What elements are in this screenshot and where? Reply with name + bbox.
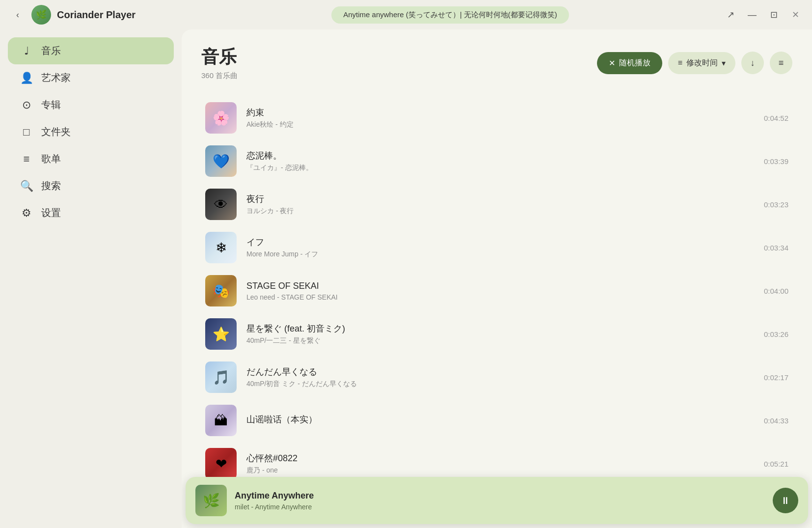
app-logo: 🌿	[31, 5, 51, 25]
song-item-0[interactable]: 🌸 約束 Akie秋绘 - 约定 0:04:52	[201, 96, 792, 139]
song-artist-3: More More Jump - イフ	[246, 250, 754, 259]
sort-icon: ≡	[678, 58, 682, 67]
shuffle-label: 随机播放	[619, 58, 650, 68]
song-artwork-5: ⭐	[205, 318, 237, 350]
shuffle-icon: ✕	[609, 58, 615, 68]
playlists-icon: ≡	[20, 153, 33, 166]
song-item-7[interactable]: 🏔 山谣啦话（本实） 0:04:33	[201, 399, 792, 442]
song-item-4[interactable]: 🎭 STAGE OF SEKAI Leo need - STAGE OF SEK…	[201, 269, 792, 312]
song-count: 360 首乐曲	[201, 71, 597, 81]
sidebar-item-folders[interactable]: □ 文件夹	[8, 118, 174, 145]
song-artwork-0: 🌸	[205, 102, 237, 134]
song-duration-2: 0:03:23	[764, 200, 788, 209]
song-duration-8: 0:05:21	[764, 460, 788, 468]
sidebar-item-music[interactable]: ♩ 音乐	[8, 37, 174, 64]
settings-icon: ⚙	[20, 207, 33, 220]
pause-button[interactable]: ⏸	[773, 488, 798, 513]
titlebar-right: ↗ — ⊡ ✕	[704, 8, 802, 22]
sidebar-nav: ♩ 音乐 👤 艺术家 ⊙ 专辑 □ 文件夹 ≡ 歌单 🔍 搜索 ⚙ 设置	[8, 37, 174, 226]
song-info-1: 恋泥棒。 『ユイカ』- 恋泥棒。	[246, 150, 754, 172]
sidebar-label-settings: 设置	[41, 206, 61, 220]
content-title-block: 音乐 360 首乐曲	[201, 45, 597, 81]
shuffle-button[interactable]: ✕ 随机播放	[597, 52, 662, 74]
song-artwork-2: 👁	[205, 189, 237, 220]
sidebar: ♩ 音乐 👤 艺术家 ⊙ 专辑 □ 文件夹 ≡ 歌单 🔍 搜索 ⚙ 设置	[0, 29, 182, 528]
song-duration-0: 0:04:52	[764, 114, 788, 122]
song-artist-0: Akie秋绘 - 约定	[246, 120, 754, 129]
titlebar-center: Anytime anywhere (笑ってみせて）| 无论何时何地(都要记得微笑…	[196, 6, 704, 24]
sidebar-item-playlists[interactable]: ≡ 歌单	[8, 145, 174, 172]
song-list: 🌸 約束 Akie秋绘 - 约定 0:04:52 💙 恋泥棒。 『ユイカ』- 恋…	[201, 96, 792, 485]
now-playing-artist: milet - Anytime Anywhere	[235, 503, 765, 511]
artists-icon: 👤	[20, 72, 33, 84]
header-actions: ✕ 随机播放 ≡ 修改时间 ▾ ↓ ≡	[597, 52, 792, 74]
albums-icon: ⊙	[20, 99, 33, 111]
song-duration-7: 0:04:33	[764, 417, 788, 425]
close-button[interactable]: ✕	[788, 8, 802, 22]
song-title-8: 心怦然#0822	[246, 452, 754, 464]
restore-button[interactable]: ⊡	[767, 8, 781, 22]
song-info-7: 山谣啦话（本实）	[246, 414, 754, 427]
song-artist-4: Leo need - STAGE OF SEKAI	[246, 293, 754, 301]
titlebar-now-playing: Anytime anywhere (笑ってみせて）| 无论何时何地(都要记得微笑…	[331, 6, 569, 24]
sidebar-item-artists[interactable]: 👤 艺术家	[8, 64, 174, 91]
song-title-5: 星を繋ぐ (feat. 初音ミク)	[246, 323, 754, 334]
expand-button[interactable]: ↗	[724, 8, 737, 22]
song-title-3: イフ	[246, 236, 754, 248]
song-item-2[interactable]: 👁 夜行 ヨルシカ - 夜行 0:03:23	[201, 183, 792, 226]
titlebar: ‹ 🌿 Coriander Player Anytime anywhere (笑…	[0, 0, 812, 29]
logo-text: 🌿	[36, 9, 47, 20]
app-title: Coriander Player	[57, 9, 135, 21]
minimize-button[interactable]: —	[745, 8, 759, 22]
list-view-button[interactable]: ≡	[770, 52, 792, 74]
download-button[interactable]: ↓	[741, 52, 764, 74]
song-title-6: だんだん早くなる	[246, 366, 754, 378]
song-info-0: 約束 Akie秋绘 - 约定	[246, 107, 754, 129]
content-area: 音乐 360 首乐曲 ✕ 随机播放 ≡ 修改时间 ▾ ↓ ≡	[182, 29, 812, 528]
back-button[interactable]: ‹	[10, 7, 26, 23]
content-header: 音乐 360 首乐曲 ✕ 随机播放 ≡ 修改时间 ▾ ↓ ≡	[201, 45, 792, 81]
song-artwork-8: ❤	[205, 448, 237, 479]
song-info-8: 心怦然#0822 鹿乃 - one	[246, 452, 754, 475]
song-title-1: 恋泥棒。	[246, 150, 754, 162]
song-item-5[interactable]: ⭐ 星を繋ぐ (feat. 初音ミク) 40mP/一二三 - 星を繋ぐ 0:03…	[201, 312, 792, 356]
song-info-3: イフ More More Jump - イフ	[246, 236, 754, 259]
song-artwork-1: 💙	[205, 145, 237, 177]
song-title-7: 山谣啦话（本实）	[246, 414, 754, 425]
song-duration-4: 0:04:00	[764, 287, 788, 295]
main-layout: ♩ 音乐 👤 艺术家 ⊙ 专辑 □ 文件夹 ≡ 歌单 🔍 搜索 ⚙ 设置 音乐 …	[0, 29, 812, 528]
music-icon: ♩	[20, 45, 33, 57]
song-info-4: STAGE OF SEKAI Leo need - STAGE OF SEKAI	[246, 281, 754, 301]
now-playing-overlay: 🌿 Anytime Anywhere milet - Anytime Anywh…	[186, 477, 808, 524]
song-artist-1: 『ユイカ』- 恋泥棒。	[246, 164, 754, 172]
song-info-5: 星を繋ぐ (feat. 初音ミク) 40mP/一二三 - 星を繋ぐ	[246, 323, 754, 345]
back-icon: ‹	[16, 10, 19, 20]
song-artist-8: 鹿乃 - one	[246, 466, 754, 475]
song-artwork-4: 🎭	[205, 275, 237, 306]
search-icon: 🔍	[20, 180, 33, 193]
song-title-4: STAGE OF SEKAI	[246, 281, 754, 291]
sidebar-label-music: 音乐	[41, 44, 61, 57]
song-artist-2: ヨルシカ - 夜行	[246, 207, 754, 216]
song-item-1[interactable]: 💙 恋泥棒。 『ユイカ』- 恋泥棒。 0:03:39	[201, 139, 792, 183]
song-info-2: 夜行 ヨルシカ - 夜行	[246, 193, 754, 216]
song-artist-5: 40mP/一二三 - 星を繋ぐ	[246, 336, 754, 345]
song-title-0: 約束	[246, 107, 754, 118]
song-duration-1: 0:03:39	[764, 157, 788, 166]
now-playing-title: Anytime Anywhere	[235, 491, 765, 501]
song-item-6[interactable]: 🎵 だんだん早くなる 40mP/初音 ミク - だんだん早くなる 0:02:17	[201, 356, 792, 399]
list-icon: ≡	[779, 58, 784, 68]
sidebar-item-search[interactable]: 🔍 搜索	[8, 172, 174, 199]
pause-icon: ⏸	[781, 495, 790, 506]
page-title: 音乐	[201, 45, 597, 69]
now-playing-info: Anytime Anywhere milet - Anytime Anywher…	[235, 491, 765, 511]
sort-button[interactable]: ≡ 修改时间 ▾	[668, 52, 735, 74]
song-info-6: だんだん早くなる 40mP/初音 ミク - だんだん早くなる	[246, 366, 754, 389]
song-item-3[interactable]: ❄ イフ More More Jump - イフ 0:03:34	[201, 226, 792, 269]
sidebar-label-folders: 文件夹	[41, 125, 71, 139]
sidebar-item-settings[interactable]: ⚙ 设置	[8, 199, 174, 226]
song-duration-6: 0:02:17	[764, 373, 788, 382]
sidebar-item-albums[interactable]: ⊙ 专辑	[8, 91, 174, 118]
sidebar-label-search: 搜索	[41, 179, 61, 193]
sidebar-label-playlists: 歌单	[41, 152, 61, 166]
